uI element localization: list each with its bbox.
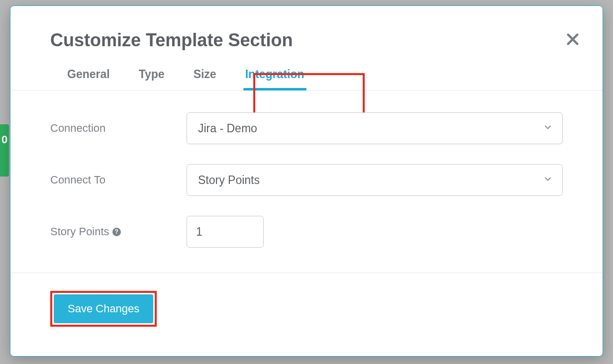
tab-general[interactable]: General [65, 68, 112, 90]
select-connection[interactable]: Jira - Demo [187, 112, 563, 144]
label-connection-text: Connection [50, 122, 105, 135]
label-connect-to: Connect To [50, 174, 187, 186]
close-icon [566, 32, 580, 48]
select-connect-to[interactable]: Story Points [187, 164, 563, 196]
label-connection: Connection [50, 122, 187, 135]
tab-bar: General Type Size Integration [10, 51, 603, 91]
help-icon[interactable]: ? [112, 228, 121, 236]
select-connect-to-value: Story Points [198, 174, 260, 187]
form-area: Connection Jira - Demo Connect To Story … [10, 91, 603, 273]
tab-size[interactable]: Size [192, 68, 218, 90]
modal-header: Customize Template Section [10, 6, 603, 51]
label-connect-to-text: Connect To [50, 174, 105, 186]
input-story-points[interactable] [187, 216, 264, 248]
row-connect-to: Connect To Story Points [50, 164, 563, 196]
row-story-points: Story Points ? [50, 216, 563, 248]
tab-type[interactable]: Type [137, 68, 167, 90]
background-partial-element: 0 [0, 124, 9, 177]
customize-template-modal: Customize Template Section General Type … [10, 5, 603, 357]
select-connection-value: Jira - Demo [198, 122, 257, 135]
select-connection-wrap: Jira - Demo [187, 112, 563, 144]
row-connection: Connection Jira - Demo [50, 112, 563, 144]
annotation-highlight-save: Save Changes [50, 291, 157, 327]
label-story-points-text: Story Points [50, 225, 109, 238]
tab-integration[interactable]: Integration [243, 68, 306, 90]
select-connect-to-wrap: Story Points [187, 164, 563, 196]
modal-footer: Save Changes [10, 273, 603, 345]
close-button[interactable] [561, 28, 585, 52]
label-story-points: Story Points ? [50, 225, 187, 238]
save-changes-button[interactable]: Save Changes [54, 294, 153, 323]
modal-title: Customize Template Section [50, 30, 563, 51]
